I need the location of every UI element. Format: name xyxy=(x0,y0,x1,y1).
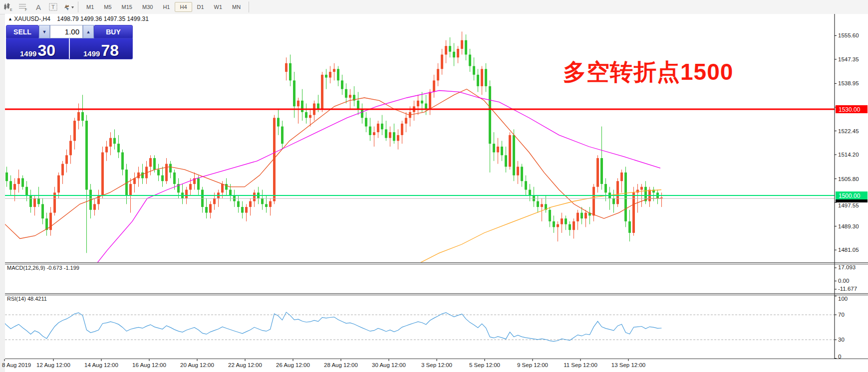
svg-text:8 Aug 2019: 8 Aug 2019 xyxy=(2,362,31,368)
svg-text:9 Sep 12:00: 9 Sep 12:00 xyxy=(517,362,548,368)
svg-text:11 Sep 12:00: 11 Sep 12:00 xyxy=(564,362,597,368)
svg-text:1538.95: 1538.95 xyxy=(838,80,859,86)
svg-text:3 Sep 12:00: 3 Sep 12:00 xyxy=(421,362,452,368)
volume-input[interactable]: 1.00 xyxy=(50,25,83,38)
svg-text:22 Aug 12:00: 22 Aug 12:00 xyxy=(228,362,262,368)
sell-price-major: 1499 xyxy=(20,50,36,57)
svg-text:26 Aug 12:00: 26 Aug 12:00 xyxy=(276,362,310,368)
svg-text:1497.55: 1497.55 xyxy=(838,202,859,208)
buy-price-display[interactable]: 1499 78 xyxy=(70,38,132,59)
buy-price-pips: 78 xyxy=(101,44,119,57)
sell-price-pips: 30 xyxy=(37,44,55,57)
macd-axis-label: 0.00 xyxy=(838,278,849,284)
sell-button[interactable]: SELL xyxy=(6,25,39,38)
svg-text:1489.30: 1489.30 xyxy=(838,223,859,229)
rsi-axis-label: 70 xyxy=(838,312,845,318)
svg-text:13 Sep 12:00: 13 Sep 12:00 xyxy=(611,362,645,368)
sell-price-display[interactable]: 1499 30 xyxy=(6,38,69,59)
volume-decrease-button[interactable]: ▼ xyxy=(39,25,50,38)
rsi-axis-label: 0 xyxy=(838,354,841,360)
svg-text:12 Aug 12:00: 12 Aug 12:00 xyxy=(36,362,70,368)
volume-increase-button[interactable]: ▲ xyxy=(83,25,94,38)
ohlc-values: 1498.79 1499.36 1497.35 1499.31 xyxy=(57,15,149,22)
buy-price-major: 1499 xyxy=(83,50,100,57)
svg-text:1514.20: 1514.20 xyxy=(838,152,859,158)
svg-text:1555.60: 1555.60 xyxy=(838,32,859,38)
svg-text:20 Aug 12:00: 20 Aug 12:00 xyxy=(180,362,214,368)
svg-text:5 Sep 12:00: 5 Sep 12:00 xyxy=(469,362,500,368)
svg-text:1505.80: 1505.80 xyxy=(838,176,859,182)
macd-axis-label: -11.677 xyxy=(838,286,857,292)
svg-text:30 Aug 12:00: 30 Aug 12:00 xyxy=(372,362,406,368)
svg-text:1530.00: 1530.00 xyxy=(839,106,861,113)
rsi-axis-label: 30 xyxy=(838,337,845,343)
rsi-axis-label: 100 xyxy=(838,296,848,302)
svg-text:1547.35: 1547.35 xyxy=(838,56,859,62)
symbol-period-label: XAUUSD-,H4 xyxy=(14,15,50,22)
annotation-text: 多空转折点1500 xyxy=(563,57,733,88)
svg-text:1500.00: 1500.00 xyxy=(839,192,861,199)
rsi-label: RSI(14) 48.4211 xyxy=(7,296,47,302)
chart-title: ▲ XAUUSD-,H4 1498.79 1499.36 1497.35 149… xyxy=(8,15,149,22)
price-tag-1500.00: 1500.00 xyxy=(836,191,868,199)
quote-direction-icon: ▲ xyxy=(8,16,12,21)
svg-text:28 Aug 12:00: 28 Aug 12:00 xyxy=(324,362,358,368)
svg-text:14 Aug 12:00: 14 Aug 12:00 xyxy=(84,362,118,368)
svg-text:16 Aug 12:00: 16 Aug 12:00 xyxy=(132,362,166,368)
macd-label: MACD(12,26,9) -0.673 -1.199 xyxy=(7,265,79,271)
macd-axis-label: 17.093 xyxy=(838,264,856,270)
buy-button[interactable]: BUY xyxy=(94,25,133,38)
svg-text:1481.05: 1481.05 xyxy=(838,247,859,253)
svg-text:1522.45: 1522.45 xyxy=(838,128,859,134)
price-tag-1530.00: 1530.00 xyxy=(836,105,868,113)
one-click-trading-panel: SELL ▼ 1.00 ▲ BUY 1499 30 1499 78 xyxy=(6,25,133,59)
